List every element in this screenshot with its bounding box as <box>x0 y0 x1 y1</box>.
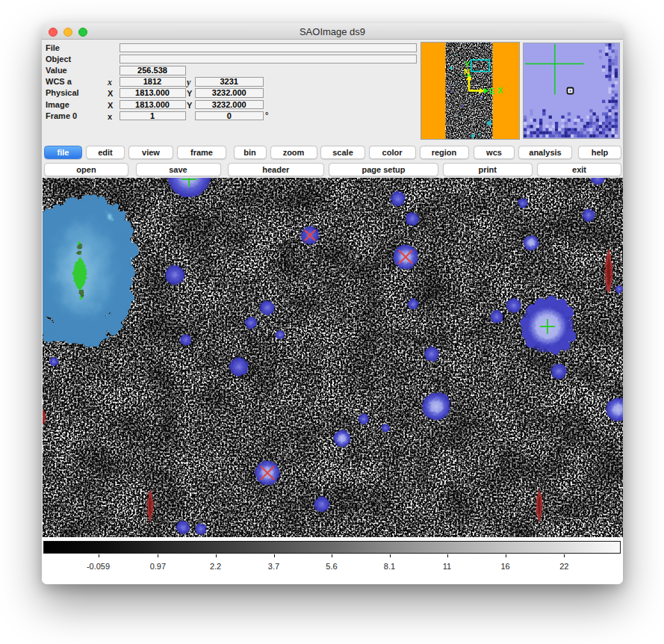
svg-text:X: X <box>497 86 503 95</box>
svg-text:E: E <box>489 87 494 96</box>
svg-text:N: N <box>464 67 470 76</box>
